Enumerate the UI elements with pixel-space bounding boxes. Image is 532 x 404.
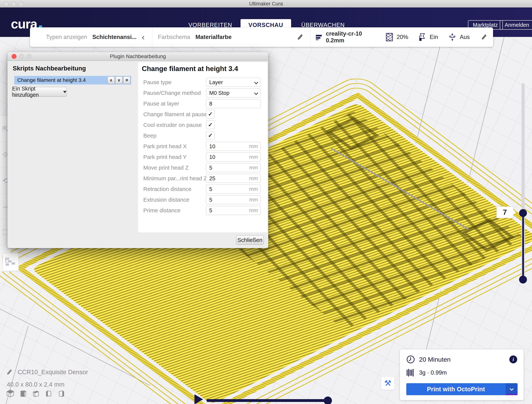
print-info-panel: 20 Minuten i 3g · 0.99m Print with OctoP… [400,349,524,400]
layer-number: 7 [503,208,507,216]
view-type-dropdown[interactable]: Schichtenansi... [92,34,137,40]
pause-at-layer-input[interactable]: 8 [206,99,261,108]
move-head-z-input[interactable]: 5 mm [206,163,261,172]
signin-button[interactable]: Anmelden [500,20,532,30]
dialog-maximize-icon[interactable] [27,54,32,59]
chevron-down-icon [254,80,258,84]
stairs-icon [5,257,16,267]
os-titlebar: Ultimaker Cura [0,0,532,7]
field-label: Pause type [143,78,171,87]
input-value: 5 [209,197,249,203]
print-button-group: Print with OctoPrint [406,383,518,395]
support-icon [419,33,426,41]
minimum-park-head-z-input[interactable]: 25 mm [206,174,261,183]
park-head-x-input[interactable]: 10 mm [206,142,261,151]
post-processing-dialog: Plugin Nachbearbeitung Skripts Nachbearb… [7,52,268,248]
dialog-minimize-icon[interactable] [19,54,24,59]
layer-slider-range [522,213,524,280]
field-label: Prime distance [143,206,180,215]
print-options-dropdown[interactable] [506,383,518,395]
field-label: Extrusion distance [143,195,189,204]
infill-value: 20% [397,34,408,40]
view-3d-icon[interactable] [6,389,15,398]
material-icon [406,369,415,377]
unit-label: mm [249,175,258,181]
dialog-titlebar[interactable]: Plugin Nachbearbeitung [7,52,268,61]
edit-pencil-icon[interactable] [6,369,13,375]
window-title: Ultimaker Cura [0,0,532,7]
field-label: Beep [143,131,156,140]
scripts-heading: Skripts Nachbearbeitung [13,65,86,72]
unit-label: mm [249,207,258,213]
edit-view-pencil-icon[interactable] [297,34,304,40]
unit-label: mm [249,186,258,192]
chevron-down-icon [510,387,513,391]
adjust-tools-button[interactable]: ⚒ [381,377,394,390]
input-value: 5 [209,165,249,171]
color-scheme-dropdown[interactable]: Materialfarbe [195,34,232,40]
field-label: Change filament at pause [143,110,207,119]
cool-extruder-checkbox[interactable]: ✓ [206,121,215,129]
collapse-chevron-icon[interactable]: ‹ [142,28,145,46]
project-name: CCR10_Exquisite Densor [18,369,88,376]
field-label: Cool extruder on pause [143,121,202,129]
layers-icon [316,33,322,41]
extrusion-distance-input[interactable]: 5 mm [206,195,261,204]
qr-finder-square [326,116,379,150]
unit-label: mm [249,197,258,203]
infill-icon [386,33,393,42]
print-time: 20 Minuten [419,356,450,363]
script-settings-panel: Change filament at height 3.4 Pause type… [138,62,267,232]
playback-track[interactable] [206,399,329,402]
dialog-close-icon[interactable] [12,54,17,59]
dropdown-triangle-icon [63,91,66,95]
unit-label: mm [249,154,258,160]
script-name: Change filament at height 3.4 [17,77,108,83]
field-label: Park print head X [143,142,187,151]
prime-distance-input[interactable]: 5 mm [206,206,261,215]
unit-label: mm [249,165,258,171]
model-dimensions: 40.0 x 80.0 x 2.4 mm [7,381,64,388]
beep-checkbox[interactable]: ✓ [206,131,215,140]
view-top-icon[interactable] [32,389,40,398]
close-dialog-button[interactable]: Schließen [236,235,264,245]
select-value: M0 Stop [209,90,255,96]
pause-method-select[interactable]: M0 Stop [206,89,261,97]
input-value: 5 [209,207,249,214]
view-front-icon[interactable] [19,389,27,398]
printer-profile-button[interactable]: creality-cr-10 0.2mm [326,30,378,44]
move-script-up-button[interactable]: ∧ [108,77,115,84]
info-icon[interactable]: i [509,355,517,363]
input-value: 8 [209,101,260,107]
input-value: 10 [209,143,249,149]
park-head-y-input[interactable]: 10 mm [206,153,261,161]
remove-script-button[interactable]: ✕ [123,77,130,84]
view-options-bar: Typen anzeigen Schichtenansi... ‹ Farbsc… [30,27,493,47]
support-value: Ein [430,34,438,40]
clock-icon [406,355,415,364]
view-left-icon[interactable] [44,389,53,398]
pause-type-select[interactable]: Layer [206,78,261,87]
unit-label: mm [249,143,258,149]
layer-slider-upper-handle[interactable] [519,209,527,217]
play-button[interactable] [194,394,203,404]
print-with-octoprint-button[interactable]: Print with OctoPrint [406,383,506,395]
field-label: Retraction distance [143,185,191,193]
adhesion-value: Aus [460,34,470,40]
change-filament-checkbox[interactable]: ✓ [206,110,215,118]
dialog-title: Plugin Nachbearbeitung [7,52,268,61]
input-value: 25 [209,175,249,182]
stairs-tool-button[interactable] [3,253,19,271]
field-label: Pause at layer [143,99,179,108]
playback-handle[interactable] [324,397,332,404]
view-type-label: Typen anzeigen [46,34,87,40]
move-script-down-button[interactable]: ∨ [115,77,122,84]
add-script-button[interactable]: Ein Skript hinzufügen [12,87,67,97]
layer-slider-lower-handle[interactable] [519,276,527,283]
input-value: 10 [209,154,249,160]
retraction-distance-input[interactable]: 5 mm [206,185,261,193]
script-list-item-selected[interactable]: Change filament at height 3.4 ∧ ∨ ✕ [14,76,131,84]
input-value: 5 [209,186,249,192]
view-right-icon[interactable] [57,389,66,398]
edit-print-settings-pencil-icon[interactable] [481,34,488,40]
